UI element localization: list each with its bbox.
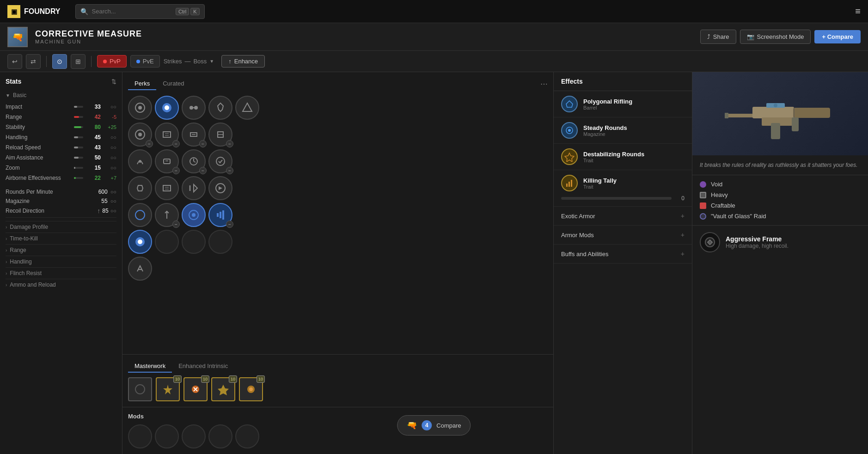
stat-bar-fill-zoom: [74, 167, 75, 169]
enhance-icon: ↑: [228, 58, 232, 65]
mod-slot-2[interactable]: [155, 424, 179, 448]
effect-steady-rounds[interactable]: Steady Rounds Magazine: [554, 117, 692, 144]
share-button[interactable]: ⤴ Share: [700, 30, 736, 44]
view-grid-button[interactable]: ⊞: [71, 54, 86, 69]
perk-2-3-minus: −: [199, 140, 207, 147]
section-range[interactable]: › Range: [6, 244, 116, 256]
tab-enhanced-intrinsic[interactable]: Enhanced Intrinsic: [172, 360, 234, 373]
perk-1-3[interactable]: [182, 96, 206, 120]
exotic-armor-toggle[interactable]: Exotic Armor +: [554, 207, 692, 225]
undo-button[interactable]: ↩: [7, 54, 22, 69]
perk-2-4[interactable]: −: [208, 123, 232, 147]
perk-6-1[interactable]: [128, 230, 152, 254]
compare-floating-label: Compare: [436, 422, 461, 429]
effect-polygonal-rifling[interactable]: Polygonal Rifling Barrel: [554, 91, 692, 117]
mw-icon-4[interactable]: 10: [239, 377, 263, 401]
buffs-section: Buffs and Abilities +: [554, 245, 692, 264]
perk-1-2[interactable]: [155, 96, 179, 120]
perk-4-1[interactable]: [128, 176, 152, 200]
stat-value-zoom: 15: [87, 165, 101, 171]
perk-6-4[interactable]: [208, 230, 232, 254]
perk-2-3[interactable]: −: [182, 123, 206, 147]
compare-button[interactable]: + Compare: [814, 30, 861, 43]
mod-slot-3[interactable]: [182, 424, 206, 448]
svg-rect-53: [771, 123, 780, 139]
perk-4-4[interactable]: [208, 176, 232, 200]
perk-2-2[interactable]: −: [155, 123, 179, 147]
tally-slider[interactable]: [561, 197, 672, 200]
perk-3-2[interactable]: −: [155, 149, 179, 173]
toolbar-divider-2: [91, 56, 92, 67]
screenshot-button[interactable]: 📷 Screenshot Mode: [740, 30, 811, 44]
svg-point-43: [568, 129, 571, 132]
perk-7-1[interactable]: [128, 257, 152, 281]
view-single-button[interactable]: ⊙: [52, 54, 67, 69]
mod-slot-4[interactable]: [208, 424, 232, 448]
stats-panel: Stats ⇅ ▼ Basic Impact 33 ○○ Range 42 -5: [0, 72, 122, 454]
mw-icon-3[interactable]: 10: [211, 377, 235, 401]
perk-1-5[interactable]: [235, 96, 259, 120]
weapon-type: MACHINE GUN: [35, 39, 693, 44]
mw-icon-2[interactable]: 10: [183, 377, 208, 401]
mw-icon-empty[interactable]: [128, 377, 152, 401]
perk-5-1[interactable]: [128, 203, 152, 227]
effect-destabilizing[interactable]: Destabilizing Rounds Trait: [554, 144, 692, 170]
search-input[interactable]: [92, 8, 172, 15]
perk-6-2[interactable]: [155, 230, 179, 254]
menu-button[interactable]: ≡: [855, 6, 861, 17]
raid-dot-icon: [700, 213, 706, 220]
perk-3-3[interactable]: −: [182, 149, 206, 173]
mods-row: [128, 424, 548, 448]
perk-1-4[interactable]: [208, 96, 232, 120]
middle-panel: Perks Curated ⋯: [122, 72, 554, 454]
perk-5-3[interactable]: [182, 203, 206, 227]
tab-masterwork[interactable]: Masterwork: [128, 360, 172, 373]
svg-rect-32: [217, 213, 219, 217]
perk-6-3[interactable]: [182, 230, 206, 254]
section-time-to-kill[interactable]: › Time-to-Kill: [6, 233, 116, 244]
pve-tag[interactable]: PvE: [130, 55, 160, 67]
perk-5-4[interactable]: −: [208, 203, 232, 227]
exotic-armor-section: Exotic Armor +: [554, 207, 692, 226]
perks-options-button[interactable]: ⋯: [540, 80, 548, 88]
weapon-header: 🔫 CORRECTIVE MEASURE MACHINE GUN ⤴ Share…: [0, 23, 868, 51]
perk-4-3[interactable]: [182, 176, 206, 200]
section-damage-profile[interactable]: › Damage Profile: [6, 221, 116, 233]
svg-point-59: [709, 241, 711, 244]
perk-4-2[interactable]: [155, 176, 179, 200]
compare-floating[interactable]: 🔫 4 Compare: [397, 415, 471, 436]
svg-point-31: [192, 213, 196, 217]
perk-1-1[interactable]: [128, 96, 152, 120]
perks-row-3: − − −: [128, 149, 548, 173]
section-flinch[interactable]: › Flinch Resist: [6, 267, 116, 279]
stat-bar-handling: [74, 136, 83, 138]
buffs-toggle[interactable]: Buffs and Abilities +: [554, 245, 692, 263]
perk-5-2[interactable]: −: [155, 203, 179, 227]
mw-icon-1[interactable]: 10: [156, 377, 180, 401]
redo-button[interactable]: ⇄: [26, 54, 41, 69]
stat-name-reload-speed: Reload Speed: [6, 144, 70, 151]
tag-heavy: Heavy: [700, 191, 861, 198]
section-handling[interactable]: › Handling: [6, 256, 116, 267]
tab-curated[interactable]: Curated: [156, 78, 190, 90]
pvp-tag[interactable]: PvP: [97, 55, 127, 67]
stat-name-zoom: Zoom: [6, 165, 70, 171]
basic-section-toggle[interactable]: ▼ Basic: [6, 91, 116, 100]
effect-name-destabilizing: Destabilizing Rounds: [583, 151, 685, 158]
perk-3-1[interactable]: [128, 149, 152, 173]
mod-slot-5[interactable]: [235, 424, 259, 448]
perk-2-1[interactable]: −: [128, 123, 152, 147]
logo[interactable]: ▣ FOUNDRY: [7, 5, 61, 18]
search-bar[interactable]: 🔍 Ctrl K: [75, 4, 205, 19]
stat-bar-fill-airborne: [74, 177, 76, 179]
enhance-button[interactable]: ↑ Enhance: [221, 55, 265, 67]
tab-perks[interactable]: Perks: [128, 78, 156, 90]
tally-slider-row: 0: [561, 195, 685, 202]
svg-rect-33: [220, 212, 221, 218]
basic-chevron: ▼: [6, 93, 10, 98]
perk-3-4[interactable]: −: [208, 149, 232, 173]
armor-mods-toggle[interactable]: Armor Mods +: [554, 226, 692, 244]
stats-sort-icon[interactable]: ⇅: [111, 78, 116, 85]
mod-slot-1[interactable]: [128, 424, 152, 448]
section-ammo-reload[interactable]: › Ammo and Reload: [6, 279, 116, 290]
